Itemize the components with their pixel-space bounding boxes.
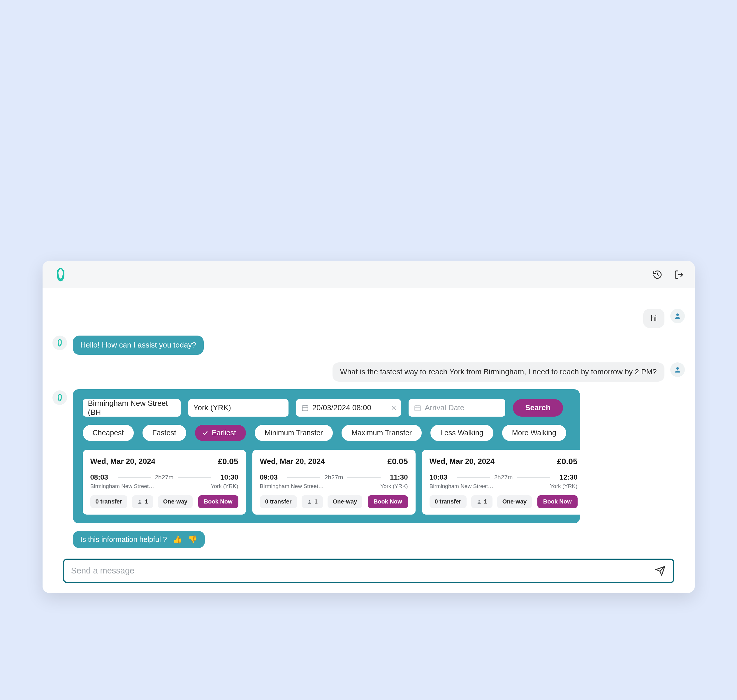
departure-date-value: 20/03/2024 08:00 (313, 403, 371, 412)
search-button[interactable]: Search (513, 399, 563, 417)
message-row-bot: Hello! How can I assist you today? (53, 335, 685, 355)
send-button[interactable] (655, 565, 666, 576)
results-row: Wed, Mar 20, 2024 £0.05 08:03 2h27m 10:3… (83, 450, 570, 515)
message-row-user: hi (53, 309, 685, 328)
person-icon (674, 366, 681, 374)
departure-time: 08:03 (90, 473, 114, 481)
thumbs-down-button[interactable]: 👎 (188, 535, 197, 544)
topbar (43, 261, 695, 288)
filter-chip-max-transfer[interactable]: Maximum Transfer (342, 425, 422, 441)
person-icon (476, 499, 482, 504)
transfers-tag: 0 transfer (90, 495, 127, 508)
departure-date-input[interactable]: 20/03/2024 08:00 (296, 399, 401, 417)
transfers-tag: 0 transfer (430, 495, 467, 508)
user-message-bubble: hi (643, 309, 664, 328)
person-icon (137, 499, 142, 504)
result-price: £0.05 (387, 457, 408, 466)
bot-avatar (53, 335, 67, 350)
from-station-label: Birmingham New Street… (260, 483, 324, 490)
feedback-row: Is this information helpful ? 👍 👎 (53, 531, 685, 548)
check-icon (202, 430, 208, 436)
to-station-label: York (YRK) (211, 483, 238, 490)
trip-type-tag: One-way (158, 495, 192, 508)
arrival-time: 12:30 (554, 473, 578, 481)
from-station-value: Birmingham New Street (BH (88, 399, 175, 417)
trip-type-tag: One-way (497, 495, 532, 508)
topbar-actions (652, 269, 685, 281)
departure-time: 10:03 (430, 473, 453, 481)
chat-area: hi Hello! How can I assist you today? Wh… (43, 288, 695, 555)
message-row-user: What is the fastest way to reach York fr… (53, 362, 685, 382)
filter-chip-earliest[interactable]: Earliest (195, 425, 246, 441)
loop-logo-icon (55, 338, 64, 347)
result-price: £0.05 (218, 457, 238, 466)
svg-rect-3 (302, 406, 308, 410)
result-date: Wed, Mar 20, 2024 (90, 457, 156, 466)
journey-duration: 2h27m (494, 474, 512, 481)
filter-chip-fastest[interactable]: Fastest (142, 425, 186, 441)
loop-logo-icon (55, 393, 64, 402)
feedback-bubble: Is this information helpful ? 👍 👎 (73, 531, 205, 548)
book-now-button[interactable]: Book Now (198, 495, 238, 508)
filter-chip-min-transfer[interactable]: Minimum Transfer (255, 425, 333, 441)
message-input[interactable] (71, 566, 649, 575)
from-station-label: Birmingham New Street… (90, 483, 154, 490)
calendar-icon (414, 404, 421, 412)
search-inputs-row: Birmingham New Street (BH York (YRK) 20/… (83, 399, 570, 417)
svg-point-13 (139, 500, 141, 501)
calendar-icon (301, 404, 309, 412)
result-card: Wed, Mar 20, 2024 £0.05 08:03 2h27m 10:3… (83, 450, 246, 515)
filter-chip-less-walking[interactable]: Less Walking (430, 425, 493, 441)
history-icon (652, 270, 662, 279)
to-station-input[interactable]: York (YRK) (188, 399, 289, 417)
book-now-button[interactable]: Book Now (537, 495, 578, 508)
loop-logo-icon (53, 266, 69, 283)
book-now-button[interactable]: Book Now (368, 495, 408, 508)
clear-date-button[interactable] (391, 405, 397, 411)
bot-message-bubble: Hello! How can I assist you today? (73, 335, 204, 355)
journey-duration: 2h27m (324, 474, 343, 481)
passengers-tag: 1 (132, 495, 153, 508)
to-station-label: York (YRK) (380, 483, 408, 490)
filter-chip-cheapest[interactable]: Cheapest (83, 425, 134, 441)
svg-point-15 (478, 500, 480, 501)
journey-duration: 2h27m (155, 474, 173, 481)
arrival-time: 10:30 (215, 473, 238, 481)
to-station-value: York (YRK) (194, 403, 231, 412)
svg-rect-9 (415, 406, 420, 410)
history-button[interactable] (652, 269, 663, 281)
from-station-label: Birmingham New Street… (430, 483, 494, 490)
app-logo (53, 266, 69, 283)
svg-point-14 (308, 500, 310, 501)
person-icon (674, 312, 681, 320)
arrival-time: 11:30 (385, 473, 408, 481)
arrival-date-input[interactable]: Arrival Date (408, 399, 505, 417)
bot-avatar (53, 390, 67, 405)
thumbs-up-button[interactable]: 👍 (173, 535, 182, 544)
composer-bar (63, 559, 674, 583)
logout-icon (674, 270, 684, 279)
passengers-tag: 1 (302, 495, 323, 508)
result-date: Wed, Mar 20, 2024 (430, 457, 495, 466)
from-station-input[interactable]: Birmingham New Street (BH (83, 399, 181, 417)
close-icon (391, 405, 397, 411)
feedback-prompt: Is this information helpful ? (81, 535, 167, 544)
user-avatar (670, 362, 685, 377)
logout-button[interactable] (673, 269, 685, 281)
result-card: Wed, Mar 20, 2024 £0.05 09:03 2h27m 11:3… (253, 450, 415, 515)
svg-point-1 (676, 314, 679, 316)
person-icon (307, 499, 312, 504)
to-station-label: York (YRK) (550, 483, 577, 490)
departure-time: 09:03 (260, 473, 283, 481)
send-icon (655, 566, 666, 576)
filter-chip-more-walking[interactable]: More Walking (502, 425, 566, 441)
composer-wrap (43, 555, 695, 593)
result-price: £0.05 (557, 457, 577, 466)
search-button-label: Search (525, 403, 551, 412)
user-message-bubble: What is the fastest way to reach York fr… (333, 362, 664, 382)
trip-type-tag: One-way (327, 495, 362, 508)
filter-chips-row: Cheapest Fastest Earliest Minimum Transf… (83, 425, 570, 441)
arrival-date-placeholder: Arrival Date (425, 403, 464, 412)
chat-app-window: hi Hello! How can I assist you today? Wh… (43, 261, 695, 593)
user-avatar (670, 309, 685, 324)
